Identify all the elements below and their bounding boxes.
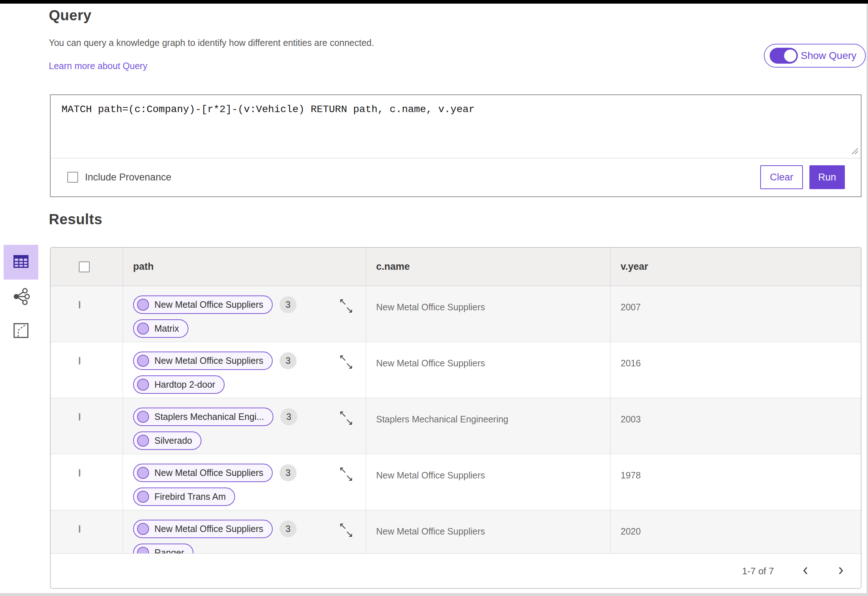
select-all-checkbox[interactable]	[79, 261, 90, 272]
path-end-node-label: Silverado	[154, 435, 192, 446]
table-header-row: path c.name v.year	[51, 248, 861, 286]
node-circle-icon	[137, 299, 149, 311]
vyear-cell: 2003	[610, 398, 861, 454]
path-start-node-pill[interactable]: Staplers Mechanical Engi...	[133, 407, 273, 426]
expand-path-icon[interactable]: ↖ ↘	[339, 409, 355, 427]
results-table: path c.name v.year New Metal Office Supp…	[50, 247, 862, 589]
page-title: Query	[49, 7, 92, 24]
show-query-toggle[interactable]: Show Query	[764, 44, 866, 68]
path-end-node-pill[interactable]: Matrix	[133, 319, 189, 338]
node-circle-icon	[137, 355, 149, 367]
node-circle-icon	[137, 323, 149, 335]
cname-cell: Staplers Mechanical Engineering	[366, 398, 610, 454]
path-end-node-pill[interactable]: Firebird Trans Am	[133, 487, 235, 506]
vyear-value: 2003	[611, 398, 861, 425]
column-header-vyear[interactable]: v.year	[610, 248, 861, 286]
chevron-right-icon	[837, 565, 845, 578]
path-end-node-pill[interactable]: Silverado	[133, 431, 201, 450]
window-top-edge	[0, 0, 868, 4]
row-checkbox[interactable]	[79, 525, 80, 533]
row-checkbox[interactable]	[79, 413, 80, 420]
cname-cell: New Metal Office Suppliers	[366, 454, 610, 510]
path-start-node-pill[interactable]: New Metal Office Suppliers	[133, 520, 273, 538]
vyear-cell: 2007	[610, 286, 861, 342]
path-cell: New Metal Office Suppliers 3 ↖ ↘ Firebir…	[123, 454, 366, 510]
path-end-node-pill[interactable]: Ranger	[133, 544, 193, 553]
cname-cell: New Metal Office Suppliers	[366, 286, 610, 342]
toggle-switch-icon[interactable]	[770, 48, 798, 63]
map-view-button[interactable]	[9, 320, 32, 343]
cname-value: New Metal Office Suppliers	[366, 286, 610, 313]
path-start-node-label: New Metal Office Suppliers	[154, 356, 263, 366]
node-circle-icon	[137, 547, 149, 553]
vyear-cell: 1978	[610, 454, 861, 510]
vyear-value: 1978	[611, 454, 861, 481]
toggle-knob	[783, 49, 797, 63]
path-cell: New Metal Office Suppliers 3 ↖ ↘ Ranger	[123, 510, 366, 553]
column-header-cname[interactable]: c.name	[366, 248, 610, 286]
run-button[interactable]: Run	[809, 165, 845, 189]
show-query-label: Show Query	[801, 50, 856, 62]
node-circle-icon	[137, 523, 149, 535]
graph-view-button[interactable]	[9, 285, 33, 310]
table-row: Staplers Mechanical Engi... 3 ↖ ↘ Silver…	[51, 398, 861, 454]
node-circle-icon	[137, 411, 149, 423]
query-input[interactable]: MATCH path=(c:Company)-[r*2]-(v:Vehicle)…	[51, 95, 861, 158]
vyear-value: 2007	[611, 286, 861, 313]
hop-count-badge: 3	[280, 464, 297, 481]
table-view-button[interactable]	[4, 245, 38, 280]
query-description: You can query a knowledge graph to ident…	[49, 38, 374, 48]
node-circle-icon	[137, 491, 149, 503]
path-start-node-pill[interactable]: New Metal Office Suppliers	[133, 351, 273, 370]
table-row: New Metal Office Suppliers 3 ↖ ↘ Matrix …	[51, 286, 861, 342]
hop-count-badge: 3	[280, 408, 297, 425]
table-row: New Metal Office Suppliers 3 ↖ ↘ Ranger …	[51, 510, 861, 553]
table-row: New Metal Office Suppliers 3 ↖ ↘ Hardtop…	[51, 342, 861, 398]
hop-count-badge: 3	[280, 296, 297, 313]
path-end-node-pill[interactable]: Hardtop 2-door	[133, 375, 224, 394]
next-page-button[interactable]	[837, 565, 845, 578]
textarea-resize-handle[interactable]	[850, 146, 859, 156]
expand-path-icon[interactable]: ↖ ↘	[339, 297, 355, 315]
path-start-node-label: Staplers Mechanical Engi...	[154, 412, 264, 422]
table-view-icon	[13, 253, 29, 271]
hop-count-badge: 3	[280, 521, 297, 537]
cname-cell: New Metal Office Suppliers	[366, 342, 610, 398]
cname-value: New Metal Office Suppliers	[366, 342, 610, 369]
vyear-value: 2016	[611, 342, 861, 369]
learn-more-link[interactable]: Learn more about Query	[49, 61, 147, 71]
cname-value: New Metal Office Suppliers	[366, 510, 610, 537]
expand-path-icon[interactable]: ↖ ↘	[339, 353, 355, 371]
table-row: New Metal Office Suppliers 3 ↖ ↘ Firebir…	[51, 454, 861, 510]
path-end-node-label: Ranger	[154, 547, 184, 553]
node-circle-icon	[137, 467, 149, 479]
previous-page-button[interactable]	[802, 565, 809, 578]
include-provenance-checkbox[interactable]	[67, 172, 78, 183]
path-start-node-label: New Metal Office Suppliers	[154, 468, 263, 478]
path-end-node-label: Matrix	[154, 323, 179, 334]
window-right-edge	[867, 4, 868, 596]
hop-count-badge: 3	[280, 352, 297, 369]
expand-path-icon[interactable]: ↖ ↘	[339, 465, 355, 483]
cname-value: Staplers Mechanical Engineering	[366, 398, 610, 425]
path-cell: New Metal Office Suppliers 3 ↖ ↘ Hardtop…	[123, 342, 366, 398]
path-end-node-label: Firebird Trans Am	[154, 491, 226, 502]
include-provenance-label: Include Provenance	[85, 172, 171, 183]
row-checkbox[interactable]	[79, 357, 80, 364]
row-checkbox[interactable]	[79, 301, 80, 308]
vyear-value: 2020	[611, 510, 861, 537]
expand-path-icon[interactable]: ↖ ↘	[339, 521, 355, 539]
path-start-node-pill[interactable]: New Metal Office Suppliers	[133, 464, 273, 482]
path-start-node-pill[interactable]: New Metal Office Suppliers	[133, 295, 273, 314]
graph-view-icon	[12, 287, 30, 307]
cname-value: New Metal Office Suppliers	[366, 454, 610, 481]
column-header-path[interactable]: path	[123, 248, 366, 286]
map-view-icon	[13, 322, 29, 340]
pagination-range-label: 1-7 of 7	[742, 566, 774, 577]
node-circle-icon	[137, 379, 149, 391]
cname-cell: New Metal Office Suppliers	[366, 510, 610, 553]
row-checkbox[interactable]	[79, 469, 80, 477]
clear-button[interactable]: Clear	[760, 165, 803, 189]
path-cell: Staplers Mechanical Engi... 3 ↖ ↘ Silver…	[123, 398, 366, 454]
node-circle-icon	[137, 435, 149, 447]
